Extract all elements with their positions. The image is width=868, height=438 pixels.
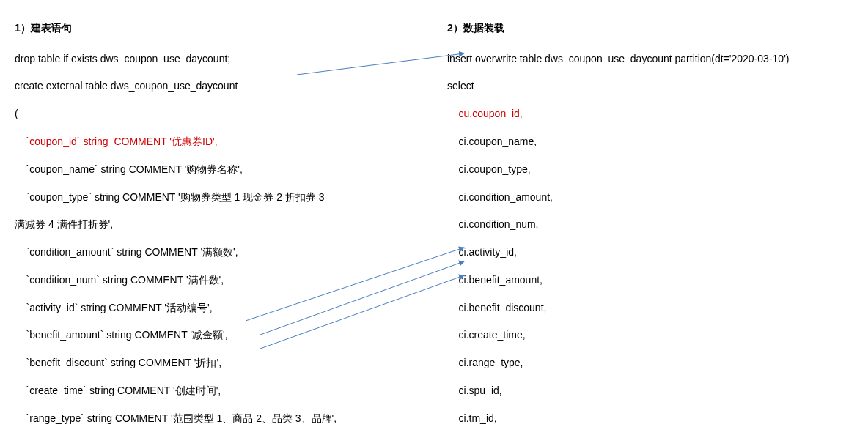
code-line: `condition_num` string COMMENT '满件数',: [15, 274, 224, 286]
right-column: 2）数据装载 insert overwrite table dws_coupon…: [447, 7, 853, 438]
code-line: cu.coupon_id,: [447, 108, 523, 119]
code-line: `coupon_type` string COMMENT '购物券类型 1 现金…: [15, 191, 327, 203]
code-line: ci.spu_id,: [447, 385, 502, 396]
code-line: `coupon_id` string COMMENT '优惠券ID',: [15, 136, 218, 147]
code-line: drop table if exists dws_coupon_use_dayc…: [15, 53, 230, 64]
code-line: ci.condition_amount,: [447, 191, 553, 203]
code-line: `condition_amount` string COMMENT '满额数',: [15, 246, 238, 258]
code-line: insert overwrite table dws_coupon_use_da…: [447, 53, 789, 64]
code-line: ci.benefit_discount,: [447, 302, 546, 313]
code-line: ci.benefit_amount,: [447, 274, 542, 286]
code-line: 满减券 4 满件打折券',: [15, 218, 113, 230]
code-line: ci.coupon_name,: [447, 136, 537, 147]
code-line: ci.condition_num,: [447, 218, 539, 230]
left-column: 1）建表语句 drop table if exists dws_coupon_u…: [15, 7, 433, 438]
code-line: ci.tm_id,: [447, 412, 497, 424]
code-line: `range_type` string COMMENT '范围类型 1、商品 2…: [15, 412, 336, 424]
code-line: `activity_id` string COMMENT '活动编号',: [15, 302, 213, 313]
code-line: `benefit_amount` string COMMENT '减金额',: [15, 329, 228, 341]
code-line: `create_time` string COMMENT '创建时间',: [15, 385, 221, 396]
code-line: `coupon_name` string COMMENT '购物券名称',: [15, 163, 243, 175]
code-line: create external table dws_coupon_use_day…: [15, 80, 238, 92]
code-line: ci.range_type,: [447, 357, 523, 368]
code-line: (: [15, 108, 18, 119]
left-heading: 1）建表语句: [15, 21, 433, 35]
code-line: `benefit_discount` string COMMENT '折扣',: [15, 357, 221, 368]
code-line: ci.create_time,: [447, 329, 526, 341]
code-line: ci.coupon_type,: [447, 163, 531, 175]
code-line: select: [447, 80, 474, 92]
code-line: ci.activity_id,: [447, 246, 517, 258]
right-heading: 2）数据装载: [447, 21, 853, 35]
